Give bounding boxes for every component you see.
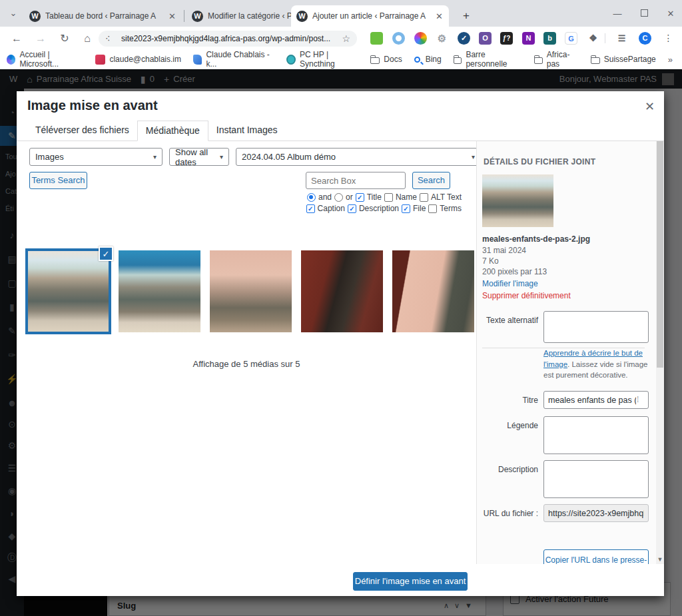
checkbox-description[interactable]: ✓: [348, 204, 356, 213]
wordpress-favicon: W: [296, 11, 308, 22]
o-extension-icon[interactable]: O: [479, 32, 492, 45]
caption-label: Légende: [480, 421, 538, 430]
search-input[interactable]: [306, 172, 406, 189]
close-window-button[interactable]: ✕: [666, 9, 675, 19]
edit-image-link[interactable]: Modifier l'image: [482, 279, 538, 288]
folder-icon: [534, 57, 543, 64]
tab-upload-files[interactable]: Téléverser des fichiers: [27, 121, 137, 141]
gear-extension-icon[interactable]: ⚙: [436, 32, 448, 45]
checkbox-name[interactable]: [384, 193, 393, 202]
new-tab-button[interactable]: +: [458, 7, 475, 25]
color-wheel-extension-icon[interactable]: [414, 32, 427, 45]
bookmark-bing[interactable]: Bing: [414, 55, 442, 64]
checkbox-caption[interactable]: ✓: [306, 204, 315, 213]
home-icon[interactable]: ⌂: [79, 30, 96, 47]
translate-extension-icon[interactable]: G: [565, 32, 577, 45]
chevron-down-icon: ▾: [472, 153, 475, 160]
media-thumbnail[interactable]: [210, 250, 292, 332]
bookmark-accueil[interactable]: Accueil | Microsoft...: [7, 50, 83, 69]
checkbox-alt-text[interactable]: [420, 193, 428, 202]
minimize-button[interactable]: —: [613, 9, 622, 19]
checkbox-file[interactable]: ✓: [402, 204, 410, 213]
maximize-button[interactable]: [641, 9, 648, 17]
selected-attachment-preview: [482, 174, 553, 227]
alt-text-field[interactable]: [543, 311, 649, 343]
browser-titlebar: ⌄ W Tableau de bord ‹ Parrainage A ✕ W M…: [0, 0, 682, 27]
modal-footer: Définir l'image mise en avant: [17, 564, 664, 596]
bookmark-star-icon[interactable]: ☆: [342, 33, 350, 44]
onenote-extension-icon[interactable]: N: [522, 32, 535, 45]
bookmarks-overflow-icon[interactable]: »: [668, 55, 673, 65]
modal-close-icon[interactable]: ✕: [645, 99, 655, 114]
font-extension-icon[interactable]: ƒ?: [500, 32, 513, 45]
delete-permanently-link[interactable]: Supprimer définitivement: [482, 291, 571, 300]
media-count-text: Affichage de 5 médias sur 5: [17, 359, 476, 369]
attachment-size: 7 Ko: [482, 256, 499, 266]
text-tool-icon[interactable]: ⁞: [637, 395, 639, 404]
toolbar-divider: [605, 33, 605, 43]
donut-extension-icon[interactable]: [392, 32, 405, 45]
search-button[interactable]: Search: [412, 172, 450, 189]
tab-media-library[interactable]: Médiathèque: [137, 121, 208, 141]
site-info-icon[interactable]: ⠪: [105, 35, 116, 43]
forward-icon[interactable]: →: [32, 30, 49, 47]
b-extension-icon[interactable]: b: [543, 32, 556, 45]
bookmark-syncthing[interactable]: PC HP | Syncthing: [286, 50, 358, 69]
close-tab-icon[interactable]: ✕: [169, 11, 176, 21]
photo-woman-baby: [301, 250, 383, 332]
attachment-date: 31 mai 2024: [482, 246, 526, 255]
wordpress-favicon: W: [192, 11, 203, 22]
tab-search-icon[interactable]: ⌄: [5, 7, 21, 21]
selected-check-icon[interactable]: ✓: [99, 246, 113, 261]
title-field[interactable]: [543, 391, 649, 409]
caption-field[interactable]: [543, 416, 649, 454]
tab-instant-images[interactable]: Instant Images: [208, 121, 286, 141]
bookmark-folder-personnelle[interactable]: Barre personnelle: [454, 50, 522, 69]
folder-icon: [370, 57, 380, 64]
photo-group-canopy: [119, 250, 200, 332]
description-field[interactable]: [543, 460, 649, 498]
green-extension-icon[interactable]: [370, 32, 383, 45]
address-bar[interactable]: ⠪ site2023-x9emjbhqkjgd4lag.africa-pas.o…: [99, 31, 357, 47]
bookmark-folder-suissepartage[interactable]: SuissePartage: [591, 55, 656, 64]
bookmarks-bar: Accueil | Microsoft... claude@chablais.i…: [0, 50, 682, 69]
back-icon[interactable]: ←: [8, 30, 25, 47]
file-url-field[interactable]: [543, 504, 649, 522]
media-thumbnail-selected[interactable]: ✓: [27, 250, 109, 332]
radio-and[interactable]: [307, 193, 316, 202]
media-thumbnail[interactable]: [119, 250, 200, 332]
terms-search-button[interactable]: Terms Search: [29, 172, 87, 189]
checkbox-terms[interactable]: [428, 204, 437, 213]
checkbox-title[interactable]: ✓: [356, 193, 364, 202]
scrollbar-thumb[interactable]: [657, 141, 663, 368]
modal-scrollbar[interactable]: ▼: [656, 141, 664, 564]
wp-admin-page: W ⌂ Parrainage Africa Suisse ▮ 0 + Créer…: [0, 69, 682, 616]
media-type-filter[interactable]: Images▾: [29, 148, 163, 166]
bookmark-mail[interactable]: claude@chablais.im: [95, 55, 181, 65]
set-featured-image-button[interactable]: Définir l'image mise en avant: [353, 572, 468, 591]
tab-title: Tableau de bord ‹ Parrainage A: [45, 11, 165, 21]
radio-or[interactable]: [334, 193, 343, 202]
check-extension-icon[interactable]: ✓: [458, 32, 470, 45]
date-filter[interactable]: Show all dates▾: [169, 148, 229, 166]
close-tab-icon[interactable]: ✕: [436, 11, 444, 21]
media-thumbnail[interactable]: [301, 250, 383, 332]
media-thumbnail[interactable]: [392, 250, 474, 332]
reload-icon[interactable]: ↻: [56, 30, 73, 47]
folder-icon: [454, 57, 462, 64]
browser-menu-icon[interactable]: ⋮: [662, 32, 675, 45]
bookmark-folder-africa-pas[interactable]: Africa-pas: [534, 50, 579, 69]
chevron-down-icon: ▾: [220, 153, 223, 160]
scroll-down-icon[interactable]: ▼: [656, 556, 664, 563]
extensions-puzzle-icon[interactable]: ❖: [587, 32, 599, 45]
tab-add-article-active[interactable]: W Ajouter un article ‹ Parrainage A ✕: [291, 5, 449, 27]
album-filter[interactable]: 2024.04.05 Album démo▾: [236, 148, 481, 166]
playlist-icon[interactable]: ☰: [615, 32, 628, 45]
bookmark-folder-docs[interactable]: Docs: [370, 55, 402, 64]
bookmark-claude[interactable]: Claude Chablais - k...: [193, 50, 274, 69]
tab-dashboard[interactable]: W Tableau de bord ‹ Parrainage A ✕: [24, 5, 182, 27]
mail-icon: [95, 55, 105, 65]
profile-avatar[interactable]: C: [639, 32, 651, 45]
alt-help-text: Apprendre à décrire le but de l'image. L…: [543, 348, 650, 381]
url-text[interactable]: site2023-x9emjbhqkjgd4lag.africa-pas.org…: [121, 34, 342, 43]
